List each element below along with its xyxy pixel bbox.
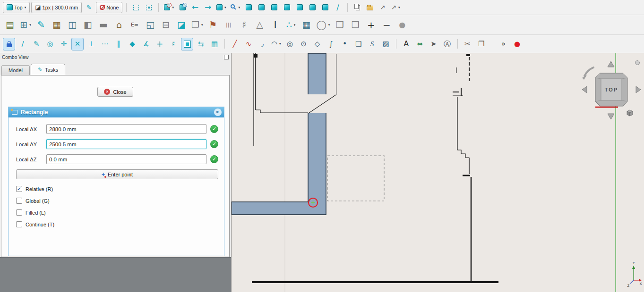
box-frame-button[interactable]: ❒ [333,17,347,33]
draft-label-button[interactable]: ➤ [428,38,440,50]
tab-tasks[interactable]: ✎ Tasks [31,64,65,75]
snap-midpoint-button[interactable]: ✎ [30,38,43,50]
working-plane-view-button[interactable]: Top▾ [3,2,30,13]
toggle-grid-button[interactable]: ▦ [208,38,221,50]
schedule-button[interactable]: ▦ [300,17,314,33]
survey-button[interactable]: ● [395,17,409,33]
relative-checkbox[interactable]: ✔ Relative (R) [16,186,218,192]
float-panel-icon[interactable] [224,55,229,59]
bottom-view-button[interactable] [307,2,318,13]
right-view-button[interactable] [281,2,292,13]
local-dx-input[interactable] [46,124,206,134]
axis-button[interactable]: ⚑ [206,17,220,33]
nav-forward-button[interactable]: → [202,2,214,13]
snap-dimensions-button[interactable]: ⇆ [195,38,207,50]
curtain-wall-button[interactable]: ◫ [65,17,79,33]
snap-extension-button[interactable]: ⋯ [99,38,111,50]
draft-point-button[interactable]: • [339,38,351,50]
draft-ellipse-button[interactable]: ⊙ [298,38,310,50]
profile-button[interactable]: Ⅰ [268,17,283,33]
filled-checkbox[interactable]: Filled (L) [16,209,218,216]
snap-lock-toggle[interactable] [3,38,15,50]
nav-cube-label[interactable]: TOP [605,87,618,92]
draft-arc-dropdown[interactable]: ◠▾ [270,38,283,50]
draft-wire-button[interactable]: ∿ [242,38,255,50]
local-dy-input[interactable] [46,139,206,149]
snap-parallel-button[interactable]: ∥ [112,38,125,50]
nodes-dropdown[interactable]: ∴▾ [284,17,298,33]
enter-point-button[interactable]: + Enter point [16,169,218,179]
truss-button[interactable]: △ [253,17,267,33]
clip-plane-dropdown[interactable]: ▾ [163,2,175,13]
pipe-dropdown[interactable]: ◯▾ [315,17,332,33]
collapse-icon[interactable]: « [214,108,222,116]
roof-button[interactable]: ⌂ [112,17,126,33]
snap-intersection-button[interactable]: ✕ [71,38,84,50]
arch-add-button[interactable]: + [364,17,378,33]
column-button[interactable]: ◧ [81,17,95,33]
nav-dot-icon[interactable] [635,61,640,65]
continue-checkbox[interactable]: Continue (T) [16,221,218,227]
window-button[interactable]: ◱ [143,17,157,33]
snap-perpendicular-button[interactable]: ⊥ [85,38,97,50]
local-dz-input[interactable] [46,154,206,164]
draft-line-button[interactable]: ╱ [229,38,241,50]
rectangle-section-header[interactable]: Rectangle « [9,107,224,117]
fit-all-dropdown[interactable]: ▾ [215,2,228,13]
box-selection-button[interactable] [130,2,142,13]
rear-view-button[interactable] [294,2,305,13]
global-checkbox[interactable]: Global (G) [16,198,218,204]
nav-back-button[interactable]: ← [189,2,201,13]
spray-tool-button[interactable]: ✎ [34,17,48,33]
copy-button[interactable] [352,2,363,13]
building-structure-dropdown[interactable]: ⊞▾ [18,17,33,33]
arch-remove-button[interactable]: − [379,17,394,33]
draft-text-button[interactable]: A [400,38,412,50]
left-view-button[interactable] [319,2,331,13]
autogroup-button[interactable]: None [96,2,122,13]
snap-working-plane-button[interactable] [181,38,193,50]
equation-button[interactable]: E= [128,17,142,33]
draft-fillet-button[interactable]: ◞ [256,38,268,50]
wall-button[interactable]: ▦ [50,17,64,33]
section-plane-button[interactable]: ◪ [174,17,189,33]
box-element-selection-button[interactable] [143,2,155,13]
measure-distance-button[interactable]: ∕ [332,2,343,13]
column-array-button[interactable]: ||| [222,17,236,33]
open-folder-button[interactable] [364,2,376,13]
snap-grid-button[interactable]: ♯ [167,38,180,50]
toolbar-overflow-button[interactable]: » [498,38,510,50]
zoom-to-selection-button[interactable] [177,2,188,13]
paste-button[interactable]: ❐ [475,38,488,50]
draft-bspline-button[interactable]: ∫ [325,38,337,50]
front-view-button[interactable] [256,2,267,13]
mini-cube-icon[interactable] [627,110,633,116]
close-task-button[interactable]: ✕ Close [97,87,133,97]
pin-button[interactable]: ✎ [83,2,94,13]
viewport-canvas[interactable]: TOP Y X Z [232,53,644,292]
draft-shapestring-button[interactable]: S [366,38,378,50]
box-frame-2-button[interactable]: ❒ [348,17,362,33]
axonometric-view-button[interactable] [243,2,254,13]
draft-hatch-button[interactable]: ▨ [380,38,392,50]
annotation-styles-button[interactable]: Ⓐ [441,38,454,50]
macro-record-button[interactable]: ● [511,38,524,50]
draft-dimension-button[interactable]: ⇔ [414,38,426,50]
panel-button[interactable]: ⊟ [159,17,173,33]
snap-endpoint-button[interactable]: ∕ [17,38,29,50]
viewport-3d[interactable]: TOP Y X Z [232,53,644,292]
zoom-tools-dropdown[interactable]: ▾ [229,2,242,13]
snap-special-button[interactable]: ◆ [126,38,138,50]
line-style-button[interactable]: ◪1px | 300.0 mm [31,2,82,13]
draft-circle-button[interactable]: ◎ [284,38,296,50]
snap-angle-button[interactable]: ✛ [58,38,70,50]
top-view-button[interactable] [268,2,280,13]
sheet-layers-button[interactable]: ▤ [3,17,17,33]
snap-center-button[interactable]: ◎ [44,38,56,50]
snap-ortho-button[interactable]: + [154,38,166,50]
export-button[interactable]: ↗ [377,2,388,13]
fence-button[interactable]: ♯ [237,17,251,33]
draft-polygon-button[interactable]: ◇ [311,38,324,50]
snap-near-button[interactable]: ∡ [140,38,152,50]
cut-button[interactable]: ✂ [462,38,474,50]
